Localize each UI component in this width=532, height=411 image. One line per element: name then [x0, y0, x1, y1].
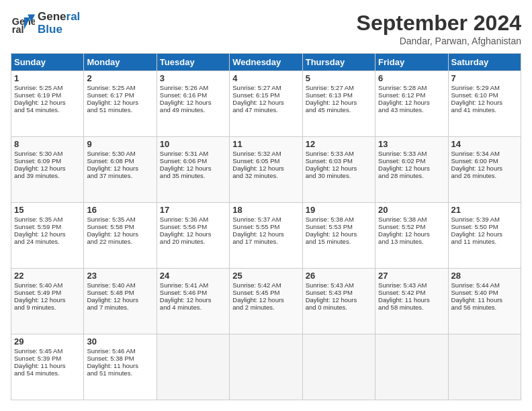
daylight: Daylight: 12 hours and 20 minutes. — [160, 230, 226, 245]
sunrise: Sunrise: 5:32 AM — [232, 150, 299, 157]
calendar-header-row: Sunday Monday Tuesday Wednesday Thursday… — [11, 54, 521, 71]
sunset: Sunset: 5:42 PM — [378, 289, 445, 296]
calendar-cell: 18Sunrise: 5:37 AMSunset: 5:55 PMDayligh… — [230, 203, 302, 269]
calendar-cell: 9Sunrise: 5:30 AMSunset: 6:08 PMDaylight… — [84, 137, 157, 203]
sunset: Sunset: 5:38 PM — [87, 355, 153, 362]
day-number: 20 — [378, 205, 445, 215]
day-number: 15 — [14, 205, 81, 215]
col-tuesday: Tuesday — [157, 54, 229, 71]
daylight: Daylight: 12 hours and 43 minutes. — [378, 99, 445, 113]
calendar-cell: 2Sunrise: 5:25 AMSunset: 6:17 PMDaylight… — [84, 71, 157, 137]
daylight: Daylight: 12 hours and 0 minutes. — [306, 296, 372, 311]
day-number: 21 — [451, 205, 518, 215]
sunrise: Sunrise: 5:37 AM — [232, 216, 299, 223]
sunrise: Sunrise: 5:44 AM — [451, 281, 518, 289]
daylight: Daylight: 12 hours and 35 minutes. — [160, 165, 226, 179]
sunrise: Sunrise: 5:29 AM — [451, 84, 518, 91]
calendar-cell: 23Sunrise: 5:40 AMSunset: 5:48 PMDayligh… — [84, 269, 157, 334]
logo-line2: Blue — [38, 24, 80, 36]
daylight: Daylight: 12 hours and 17 minutes. — [232, 230, 299, 245]
sunrise: Sunrise: 5:39 AM — [451, 216, 518, 223]
title-block: September 2024 Dandar, Parwan, Afghanist… — [357, 11, 521, 46]
page: Gene ral General Blue September 2024 Dan… — [0, 0, 532, 411]
calendar-cell: 15Sunrise: 5:35 AMSunset: 5:59 PMDayligh… — [11, 203, 84, 269]
calendar-cell — [448, 334, 521, 400]
calendar-cell: 27Sunrise: 5:43 AMSunset: 5:42 PMDayligh… — [375, 269, 448, 334]
calendar-cell — [302, 334, 375, 400]
calendar-cell: 19Sunrise: 5:38 AMSunset: 5:53 PMDayligh… — [302, 203, 375, 269]
sunrise: Sunrise: 5:28 AM — [378, 84, 445, 91]
calendar-cell: 24Sunrise: 5:41 AMSunset: 5:46 PMDayligh… — [157, 269, 229, 334]
calendar-cell: 17Sunrise: 5:36 AMSunset: 5:56 PMDayligh… — [157, 203, 229, 269]
calendar: Sunday Monday Tuesday Wednesday Thursday… — [11, 53, 521, 400]
calendar-cell: 6Sunrise: 5:28 AMSunset: 6:12 PMDaylight… — [375, 71, 448, 137]
sunrise: Sunrise: 5:26 AM — [160, 84, 226, 91]
col-sunday: Sunday — [11, 54, 84, 71]
logo: Gene ral General Blue — [11, 11, 80, 36]
sunset: Sunset: 5:40 PM — [451, 289, 518, 296]
calendar-cell: 14Sunrise: 5:34 AMSunset: 6:00 PMDayligh… — [448, 137, 521, 203]
sunset: Sunset: 5:48 PM — [87, 289, 153, 296]
day-number: 19 — [306, 205, 372, 215]
day-number: 4 — [232, 73, 299, 83]
daylight: Daylight: 11 hours and 56 minutes. — [451, 296, 518, 311]
day-number: 27 — [378, 271, 445, 281]
calendar-cell: 20Sunrise: 5:38 AMSunset: 5:52 PMDayligh… — [375, 203, 448, 269]
calendar-cell: 25Sunrise: 5:42 AMSunset: 5:45 PMDayligh… — [230, 269, 302, 334]
header: Gene ral General Blue September 2024 Dan… — [11, 11, 521, 46]
calendar-row-5: 29Sunrise: 5:45 AMSunset: 5:39 PMDayligh… — [11, 334, 521, 400]
sunset: Sunset: 5:45 PM — [232, 289, 299, 296]
sunrise: Sunrise: 5:43 AM — [306, 281, 372, 289]
calendar-cell: 10Sunrise: 5:31 AMSunset: 6:06 PMDayligh… — [157, 137, 229, 203]
day-number: 7 — [451, 73, 518, 83]
calendar-cell: 28Sunrise: 5:44 AMSunset: 5:40 PMDayligh… — [448, 269, 521, 334]
day-number: 30 — [87, 336, 153, 347]
calendar-cell: 16Sunrise: 5:35 AMSunset: 5:58 PMDayligh… — [84, 203, 157, 269]
sunset: Sunset: 5:53 PM — [306, 223, 372, 230]
daylight: Daylight: 12 hours and 7 minutes. — [87, 296, 153, 311]
sunset: Sunset: 6:02 PM — [378, 157, 445, 165]
sunrise: Sunrise: 5:33 AM — [306, 150, 372, 157]
daylight: Daylight: 12 hours and 28 minutes. — [378, 165, 445, 179]
sunrise: Sunrise: 5:41 AM — [160, 281, 226, 289]
calendar-cell: 3Sunrise: 5:26 AMSunset: 6:16 PMDaylight… — [157, 71, 229, 137]
day-number: 17 — [160, 205, 226, 215]
sunset: Sunset: 5:52 PM — [378, 223, 445, 230]
sunset: Sunset: 6:06 PM — [160, 157, 226, 165]
daylight: Daylight: 12 hours and 15 minutes. — [306, 230, 372, 245]
calendar-cell: 1Sunrise: 5:25 AMSunset: 6:19 PMDaylight… — [11, 71, 84, 137]
day-number: 9 — [87, 139, 153, 149]
calendar-cell: 21Sunrise: 5:39 AMSunset: 5:50 PMDayligh… — [448, 203, 521, 269]
sunrise: Sunrise: 5:34 AM — [451, 150, 518, 157]
daylight: Daylight: 12 hours and 13 minutes. — [378, 230, 445, 245]
sunrise: Sunrise: 5:40 AM — [87, 281, 153, 289]
day-number: 25 — [232, 271, 299, 281]
sunrise: Sunrise: 5:27 AM — [232, 84, 299, 91]
calendar-cell — [157, 334, 229, 400]
sunrise: Sunrise: 5:25 AM — [14, 84, 81, 91]
sunrise: Sunrise: 5:46 AM — [87, 347, 153, 355]
daylight: Daylight: 12 hours and 32 minutes. — [232, 165, 299, 179]
calendar-cell: 12Sunrise: 5:33 AMSunset: 6:03 PMDayligh… — [302, 137, 375, 203]
logo-icon: Gene ral — [11, 11, 35, 36]
day-number: 29 — [14, 336, 81, 347]
sunrise: Sunrise: 5:38 AM — [378, 216, 445, 223]
col-saturday: Saturday — [448, 54, 521, 71]
day-number: 28 — [451, 271, 518, 281]
sunset: Sunset: 5:43 PM — [306, 289, 372, 296]
daylight: Daylight: 12 hours and 54 minutes. — [14, 99, 81, 113]
sunset: Sunset: 6:17 PM — [87, 91, 153, 99]
sunset: Sunset: 5:58 PM — [87, 223, 153, 230]
sunrise: Sunrise: 5:35 AM — [87, 216, 153, 223]
sunset: Sunset: 6:00 PM — [451, 157, 518, 165]
sunrise: Sunrise: 5:25 AM — [87, 84, 153, 91]
sunset: Sunset: 6:10 PM — [451, 91, 518, 99]
day-number: 22 — [14, 271, 81, 281]
calendar-row-2: 8Sunrise: 5:30 AMSunset: 6:09 PMDaylight… — [11, 137, 521, 203]
calendar-cell: 5Sunrise: 5:27 AMSunset: 6:13 PMDaylight… — [302, 71, 375, 137]
sunrise: Sunrise: 5:40 AM — [14, 281, 81, 289]
day-number: 6 — [378, 73, 445, 83]
day-number: 14 — [451, 139, 518, 149]
day-number: 1 — [14, 73, 81, 83]
sunset: Sunset: 6:12 PM — [378, 91, 445, 99]
